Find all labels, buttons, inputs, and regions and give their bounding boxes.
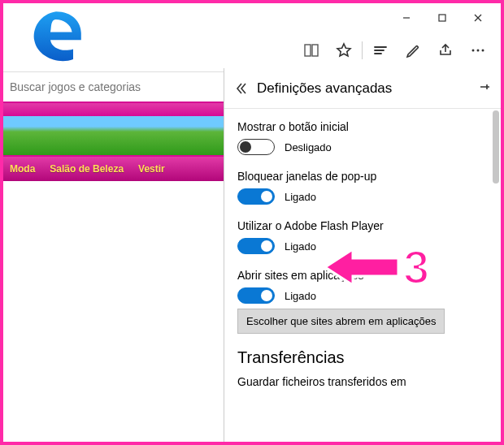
toggle-state-label: Ligado [285, 290, 316, 302]
category-link[interactable]: Vestir [138, 163, 165, 175]
search-input[interactable] [3, 72, 224, 102]
toggle-popup-blocker[interactable] [237, 188, 275, 205]
setting-label: Bloquear janelas de pop-up [237, 170, 488, 183]
setting-open-in-apps: Abrir sites em aplicações Ligado Escolhe… [237, 269, 488, 334]
category-bar: Moda Salão de Beleza Vestir [3, 157, 224, 181]
advanced-settings-panel: Definições avançadas Mostrar o botão ini… [224, 68, 501, 442]
page-banner [3, 102, 224, 157]
edge-logo-icon [28, 8, 85, 67]
downloads-section-header: Transferências [237, 348, 488, 367]
close-button[interactable] [460, 6, 496, 29]
panel-title: Definições avançadas [257, 80, 392, 97]
pin-icon[interactable] [478, 80, 491, 96]
web-note-icon[interactable] [397, 34, 429, 67]
reading-view-icon[interactable] [295, 34, 328, 67]
panel-header: Definições avançadas [224, 68, 501, 109]
share-icon[interactable] [429, 34, 462, 67]
toolbar-separator [362, 41, 363, 59]
svg-rect-4 [305, 45, 311, 56]
setting-label: Mostrar o botão inicial [237, 120, 488, 133]
panel-body: Mostrar o botão inicial Desligado Bloque… [224, 109, 501, 442]
maximize-button[interactable] [424, 6, 460, 29]
toggle-state-label: Desligado [285, 141, 332, 153]
browser-toolbar [295, 34, 494, 67]
svg-marker-6 [337, 44, 350, 56]
choose-apps-button[interactable]: Escolher que sites abrem em aplicações [237, 309, 445, 334]
scrollbar-thumb[interactable] [493, 110, 499, 184]
toggle-state-label: Ligado [285, 191, 316, 203]
favorite-star-icon[interactable] [328, 34, 360, 67]
svg-point-10 [472, 50, 475, 52]
setting-label: Abrir sites em aplicações [237, 269, 488, 282]
category-link[interactable]: Moda [10, 163, 35, 175]
edge-window: Moda Salão de Beleza Vestir Definições a… [0, 0, 504, 445]
page-content: Moda Salão de Beleza Vestir [3, 71, 224, 181]
setting-home-button: Mostrar o botão inicial Desligado [237, 120, 488, 155]
more-icon[interactable] [462, 34, 494, 67]
category-link[interactable]: Salão de Beleza [50, 163, 124, 175]
toggle-home-button[interactable] [237, 139, 275, 155]
back-icon[interactable] [234, 81, 249, 96]
toggle-state-label: Ligado [285, 240, 316, 253]
svg-point-12 [482, 50, 484, 52]
setting-flash-player: Utilizar o Adobe Flash Player Ligado [237, 219, 488, 254]
svg-rect-1 [439, 15, 445, 21]
window-controls [389, 6, 496, 29]
setting-popup-blocker: Bloquear janelas de pop-up Ligado [237, 170, 488, 205]
hub-icon[interactable] [364, 34, 397, 67]
setting-label: Utilizar o Adobe Flash Player [237, 219, 488, 232]
minimize-button[interactable] [389, 6, 424, 29]
toggle-open-in-apps[interactable] [237, 287, 275, 304]
scrollbar[interactable] [489, 109, 501, 442]
svg-point-11 [477, 50, 480, 52]
downloads-save-label: Guardar ficheiros transferidos em [237, 375, 488, 388]
toggle-flash-player[interactable] [237, 238, 275, 254]
svg-rect-5 [312, 45, 318, 56]
